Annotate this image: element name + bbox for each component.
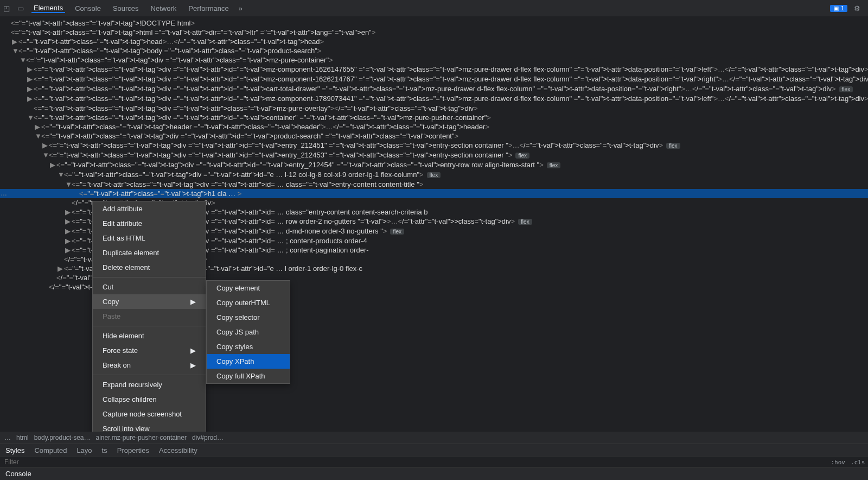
styles-tab-layo[interactable]: Layo (76, 446, 92, 454)
ctx-copy-outerhtml[interactable]: Copy outerHTML (207, 295, 290, 310)
ctx-capture-node-screenshot[interactable]: Capture node screenshot (93, 407, 206, 421)
ctx-edit-as-html[interactable]: Edit as HTML (93, 231, 206, 245)
ctx-add-attribute[interactable]: Add attribute (93, 201, 206, 216)
ctx-force-state[interactable]: Force state▶ (93, 343, 206, 358)
ctx-edit-attribute[interactable]: Edit attribute (93, 216, 206, 231)
issues-badge[interactable]: ▣ 1 (830, 5, 847, 12)
dom-node[interactable]: ▶<="="t-val">t-attr">class="="t-val">t-t… (0, 84, 868, 94)
dom-node[interactable]: <="="t-val">t-attr">class="="t-val">t-ta… (0, 18, 868, 28)
dom-node[interactable]: ▶<="="t-val">t-attr">class="="t-val">t-t… (0, 122, 868, 131)
ctx-copy-full-xpath[interactable]: Copy full XPath (207, 369, 290, 383)
crumb[interactable]: body.product-sea… (34, 434, 91, 441)
dom-tree[interactable]: <="="t-val">t-attr">class="="t-val">t-ta… (0, 16, 868, 432)
devtools-tab-console[interactable]: Console (73, 4, 103, 12)
ctx-break-on[interactable]: Break on▶ (93, 358, 206, 372)
ctx-delete-element[interactable]: Delete element (93, 260, 206, 275)
ctx-scroll-into-view[interactable]: Scroll into view (93, 421, 206, 432)
ctx-cut[interactable]: Cut (93, 280, 206, 294)
ctx-collapse-children[interactable]: Collapse children (93, 392, 206, 407)
dom-node[interactable]: <="="t-val">t-attr">class="="t-val">t-ta… (0, 104, 868, 113)
styles-tab-computed[interactable]: Computed (34, 446, 67, 454)
devtools-tab-network[interactable]: Network (149, 4, 179, 12)
dom-node[interactable]: ▼<="="t-val">t-attr">class="="t-val">t-t… (0, 150, 868, 160)
dom-breadcrumbs[interactable]: …htmlbody.product-sea…ainer.mz-pure-push… (0, 432, 868, 444)
crumb[interactable]: div#prod… (192, 434, 224, 441)
ctx-paste: Paste (93, 309, 206, 324)
dom-node[interactable]: ▶<="="t-val">t-attr">class="="t-val">t-t… (0, 141, 868, 150)
styles-filter-input[interactable] (4, 458, 825, 466)
copy-submenu: Copy elementCopy outerHTMLCopy selectorC… (206, 280, 290, 384)
ctx-copy[interactable]: Copy▶ (93, 294, 206, 309)
ctx-copy-styles[interactable]: Copy styles (207, 339, 290, 354)
dom-node[interactable]: ▼<="="t-val">t-attr">class="="t-val">t-t… (0, 46, 868, 55)
crumb[interactable]: html (16, 434, 29, 441)
dom-node[interactable]: ▼<="="t-val">t-attr">class="="t-val">t-t… (0, 55, 868, 65)
console-drawer[interactable]: Console ✕ (0, 468, 868, 480)
dom-node[interactable]: ▼<="="t-val">t-attr">class="="t-val">t-t… (0, 113, 868, 122)
dom-node[interactable]: ▶<="="t-val">t-attr">class="="t-val">t-t… (0, 37, 868, 46)
ctx-expand-recursively[interactable]: Expand recursively (93, 377, 206, 392)
dom-node[interactable]: ▶<="="t-val">t-attr">class="="t-val">t-t… (0, 65, 868, 74)
crumb[interactable]: … (4, 434, 11, 441)
dom-node[interactable]: ▼<="="t-val">t-attr">class="="t-val">t-t… (0, 131, 868, 141)
crumb[interactable]: ainer.mz-pure-pusher-container (96, 434, 187, 441)
dom-node[interactable]: ▶<="="t-val">t-attr">class="="t-val">t-t… (0, 160, 868, 170)
inspect-element-icon[interactable]: ◰ (3, 4, 10, 12)
ctx-copy-element[interactable]: Copy element (207, 281, 290, 295)
dom-node[interactable]: <="="t-val">t-attr">class="="t-val">t-ta… (0, 189, 868, 198)
hov-toggle[interactable]: :hov (831, 459, 845, 466)
styles-tabbar: StylesComputedLayotsPropertiesAccessibil… (0, 444, 868, 457)
ctx-copy-selector[interactable]: Copy selector (207, 310, 290, 325)
devtools-pane: ◰ ▭ ElementsConsoleSourcesNetworkPerform… (0, 0, 868, 480)
dom-node[interactable]: ▼<="="t-val">t-attr">class="="t-val">t-t… (0, 180, 868, 189)
styles-tab-accessibility[interactable]: Accessibility (159, 446, 197, 454)
dom-node[interactable]: ▶<="="t-val">t-attr">class="="t-val">t-t… (0, 94, 868, 104)
ctx-copy-xpath[interactable]: Copy XPath (207, 354, 290, 369)
styles-filter-row: :hov .cls + ⋮ (0, 457, 868, 468)
ctx-hide-element[interactable]: Hide element (93, 329, 206, 343)
dom-node[interactable]: ▶<="="t-val">t-attr">class="="t-val">t-t… (0, 74, 868, 84)
devtools-tabbar: ◰ ▭ ElementsConsoleSourcesNetworkPerform… (0, 0, 868, 16)
styles-tab-styles[interactable]: Styles (5, 446, 24, 454)
devtools-tab-performance[interactable]: Performance (186, 4, 231, 12)
cls-toggle[interactable]: .cls (851, 459, 865, 466)
devtools-tab-elements[interactable]: Elements (31, 4, 65, 13)
styles-tab-ts[interactable]: ts (102, 446, 107, 454)
styles-tab-properties[interactable]: Properties (117, 446, 149, 454)
more-tabs-icon[interactable]: » (239, 4, 242, 12)
device-toggle-icon[interactable]: ▭ (17, 4, 24, 12)
context-menu: Add attributeEdit attributeEdit as HTMLD… (92, 201, 206, 432)
dom-node[interactable]: ▼<="="t-val">t-attr">class="="t-val">t-t… (0, 170, 868, 180)
settings-icon[interactable]: ⚙ (854, 4, 860, 12)
ctx-copy-js-path[interactable]: Copy JS path (207, 325, 290, 339)
dom-node[interactable]: <="="t-val">t-attr">class="="t-val">t-ta… (0, 28, 868, 37)
devtools-tab-sources[interactable]: Sources (111, 4, 141, 12)
ctx-duplicate-element[interactable]: Duplicate element (93, 245, 206, 260)
